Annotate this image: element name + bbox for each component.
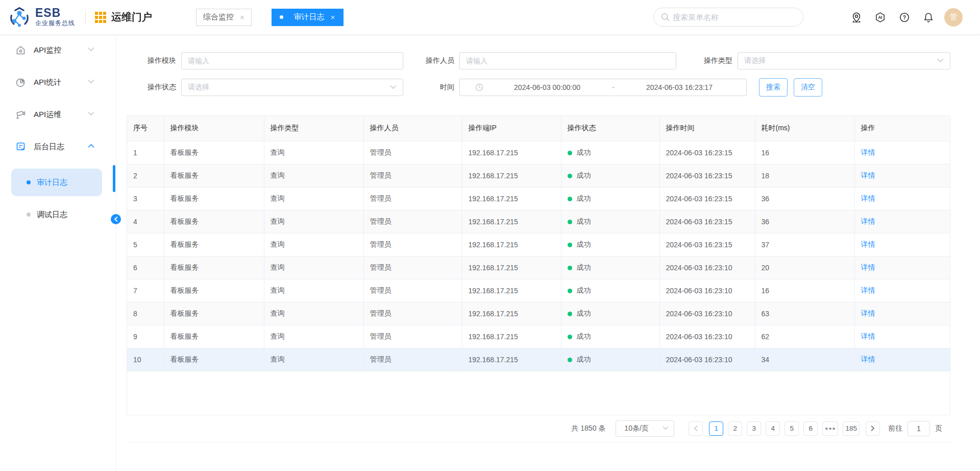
divider xyxy=(85,10,86,25)
detail-link[interactable]: 详情 xyxy=(861,263,875,271)
detail-link[interactable]: 详情 xyxy=(861,240,875,248)
next-page-button[interactable] xyxy=(866,421,880,436)
table-cell: 查询 xyxy=(264,233,363,256)
status-dot-icon xyxy=(568,197,572,201)
sidebar: API监控 API统计 API运维 xyxy=(0,35,116,471)
page-button-185[interactable]: 185 xyxy=(843,421,860,436)
status-text: 成功 xyxy=(577,194,591,202)
chevron-down-icon xyxy=(937,58,944,63)
table-cell: 查询 xyxy=(264,302,363,325)
prev-page-button[interactable] xyxy=(689,421,703,436)
header-icon-group: AI ? xyxy=(850,11,934,23)
detail-link[interactable]: 详情 xyxy=(861,171,875,179)
status-cell: 成功 xyxy=(561,325,659,348)
close-icon[interactable]: × xyxy=(331,13,335,21)
time-range-picker[interactable]: 2024-06-03 00:00:00 - 2024-06-03 16:23:1… xyxy=(459,79,747,96)
column-header: 序号 xyxy=(127,116,164,141)
table-row: 6看板服务查询管理员192.168.17.215成功2024-06-03 16:… xyxy=(127,256,950,279)
sidebar-item-api-monitor[interactable]: API监控 xyxy=(0,40,116,60)
table-cell: 192.168.17.215 xyxy=(462,279,561,302)
module-filter-input[interactable] xyxy=(181,52,403,69)
time-end-value: 2024-06-03 16:23:17 xyxy=(618,83,741,91)
sidebar-subitem-audit-log[interactable]: 审计日志 xyxy=(11,169,102,196)
table-cell: 看板服务 xyxy=(164,348,264,371)
search-button[interactable]: 搜索 xyxy=(759,78,788,97)
page-button-1[interactable]: 1 xyxy=(709,421,723,436)
action-cell: 详情 xyxy=(854,256,950,279)
table-cell: 16 xyxy=(755,279,854,302)
page-button-4[interactable]: 4 xyxy=(766,421,780,436)
audit-log-table: 序号操作模块操作类型操作人员操作端IP操作状态操作时间耗时(ms)操作 1看板服… xyxy=(127,116,950,371)
status-dot-icon xyxy=(568,266,572,270)
table-cell: 8 xyxy=(127,302,164,325)
detail-link[interactable]: 详情 xyxy=(861,148,875,156)
location-icon[interactable] xyxy=(850,11,862,23)
page-ellipsis-button[interactable]: ●●● xyxy=(822,421,838,436)
logo-title: ESB xyxy=(35,7,75,19)
table-cell: 管理员 xyxy=(363,164,462,187)
sidebar-item-api-ops[interactable]: API运维 xyxy=(0,104,116,125)
tab-audit-log[interactable]: 审计日志 × xyxy=(272,9,344,26)
table-cell: 查询 xyxy=(264,141,363,164)
help-icon[interactable]: ? xyxy=(898,11,910,23)
camera-icon xyxy=(15,109,26,120)
column-header: 操作类型 xyxy=(264,116,363,141)
sidebar-item-backend-log[interactable]: 后台日志 xyxy=(0,136,116,157)
table-row: 4看板服务查询管理员192.168.17.215成功2024-06-03 16:… xyxy=(127,210,950,233)
avatar[interactable]: 管 xyxy=(944,8,963,27)
table-cell: 2024-06-03 16:23:15 xyxy=(659,164,755,187)
bullet-icon xyxy=(27,180,31,184)
type-filter-select[interactable]: 请选择 xyxy=(738,52,950,69)
status-text: 成功 xyxy=(577,217,591,225)
page-button-3[interactable]: 3 xyxy=(747,421,761,436)
table-cell: 管理员 xyxy=(363,348,462,371)
table-cell: 10 xyxy=(127,348,164,371)
table-cell: 6 xyxy=(127,256,164,279)
detail-link[interactable]: 详情 xyxy=(861,309,875,317)
table-cell: 1 xyxy=(127,141,164,164)
table-cell: 2024-06-03 16:23:15 xyxy=(659,233,755,256)
status-filter-select[interactable]: 请选择 xyxy=(181,79,403,96)
table-cell: 2024-06-03 16:23:10 xyxy=(659,279,755,302)
action-cell: 详情 xyxy=(854,348,950,371)
bell-icon[interactable] xyxy=(922,11,934,23)
page-button-2[interactable]: 2 xyxy=(728,421,742,436)
ai-icon[interactable]: AI xyxy=(874,11,886,23)
status-text: 成功 xyxy=(577,355,591,363)
sidebar-collapse-button[interactable] xyxy=(111,214,121,224)
page-button-5[interactable]: 5 xyxy=(785,421,799,436)
sidebar-item-api-stats[interactable]: API统计 xyxy=(0,72,116,92)
detail-link[interactable]: 详情 xyxy=(861,286,875,294)
pagination-bar: 共 1850 条 10条/页 123456●●●185 前往 页 xyxy=(127,415,950,442)
table-row: 9看板服务查询管理员192.168.17.215成功2024-06-03 16:… xyxy=(127,325,950,348)
goto-page-input[interactable] xyxy=(908,421,930,436)
close-icon[interactable]: × xyxy=(240,13,244,21)
table-cell: 3 xyxy=(127,187,164,210)
tab-monitor[interactable]: 综合监控 × xyxy=(196,9,252,26)
column-header: 操作模块 xyxy=(164,116,264,141)
status-text: 成功 xyxy=(577,171,591,179)
detail-link[interactable]: 详情 xyxy=(861,194,875,202)
menu-search[interactable] xyxy=(653,8,803,27)
sidebar-subitem-debug-log[interactable]: 调试日志 xyxy=(11,204,102,225)
search-input[interactable] xyxy=(673,13,796,21)
page-button-6[interactable]: 6 xyxy=(803,421,818,436)
detail-link[interactable]: 详情 xyxy=(861,355,875,363)
detail-link[interactable]: 详情 xyxy=(861,332,875,340)
status-cell: 成功 xyxy=(561,279,659,302)
status-cell: 成功 xyxy=(561,187,659,210)
table-cell: 管理员 xyxy=(363,233,462,256)
status-text: 成功 xyxy=(577,309,591,317)
table-cell: 看板服务 xyxy=(164,187,264,210)
pie-chart-icon xyxy=(15,77,26,88)
clear-button[interactable]: 清空 xyxy=(794,78,822,97)
operator-filter-input[interactable] xyxy=(459,52,676,69)
action-cell: 详情 xyxy=(854,233,950,256)
avatar-text: 管 xyxy=(950,12,958,22)
detail-link[interactable]: 详情 xyxy=(861,217,875,225)
page-size-select[interactable]: 10条/页 xyxy=(616,420,674,437)
active-dot xyxy=(280,15,283,19)
table-header-row: 序号操作模块操作类型操作人员操作端IP操作状态操作时间耗时(ms)操作 xyxy=(127,116,950,141)
goto-label: 前往 xyxy=(888,424,902,433)
action-cell: 详情 xyxy=(854,164,950,187)
